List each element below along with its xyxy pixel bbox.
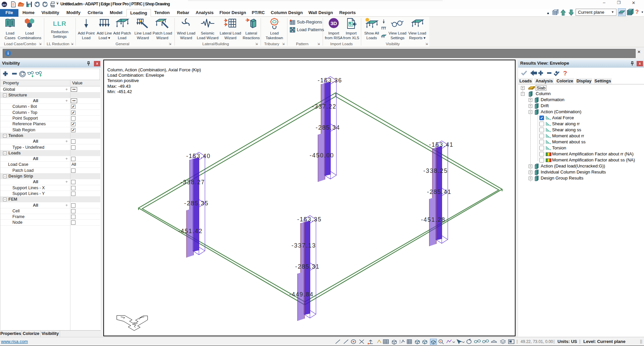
svg-text:-153.35: -153.35	[297, 216, 322, 223]
svg-text:-285.31: -285.31	[295, 263, 320, 270]
svg-text:-451.28: -451.28	[421, 216, 445, 223]
svg-text:-153.36: -153.36	[318, 77, 342, 84]
svg-text:-338.25: -338.25	[423, 167, 448, 174]
svg-text:-450.00: -450.00	[310, 152, 334, 159]
svg-text:-337.13: -337.13	[291, 242, 316, 249]
svg-text:-153.41: -153.41	[429, 141, 453, 148]
svg-text:3D: 3D	[330, 20, 337, 26]
svg-text:?: ?	[563, 70, 567, 77]
svg-text:Load Combination: Envelope: Load Combination: Envelope	[107, 73, 164, 78]
svg-text:Max: -49.43: Max: -49.43	[107, 84, 131, 89]
svg-text:-337.22: -337.22	[312, 103, 336, 110]
svg-text:-153.40: -153.40	[186, 153, 211, 159]
svg-text:-449.84: -449.84	[289, 291, 314, 298]
svg-text:-451.42: -451.42	[178, 228, 203, 234]
svg-text:-285.35: -285.35	[184, 200, 209, 207]
svg-text:Min: -451.42: Min: -451.42	[107, 89, 132, 94]
svg-text:-338.27: -338.27	[180, 179, 205, 186]
svg-text:BR: BR	[2, 3, 6, 6]
svg-text:-285.41: -285.41	[427, 189, 451, 195]
svg-text:Tension positive: Tension positive	[107, 78, 139, 83]
svg-text:-285.34: -285.34	[316, 124, 340, 131]
svg-text:Column, Action (Combination),: Column, Action (Combination), Axial Forc…	[107, 67, 201, 72]
